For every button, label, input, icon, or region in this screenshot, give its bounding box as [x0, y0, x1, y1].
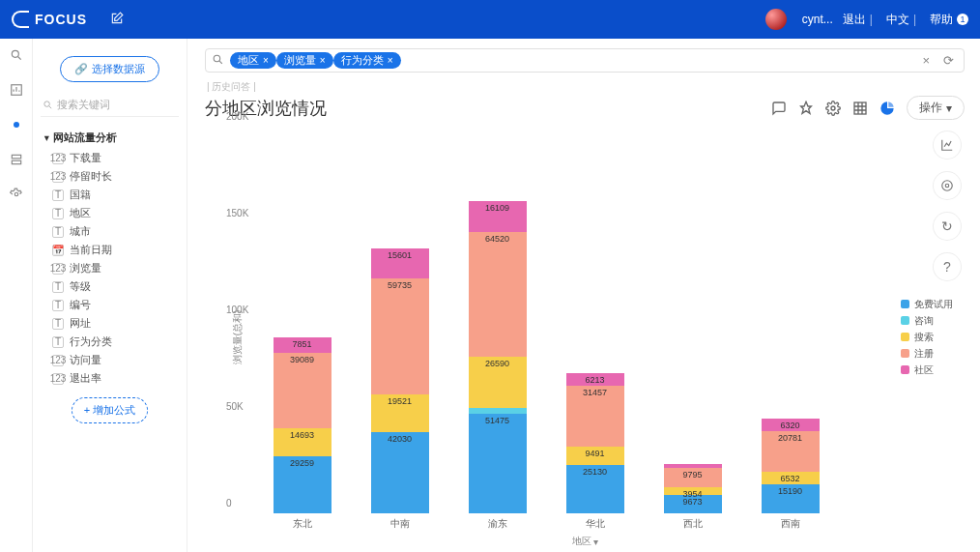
field-label: 等级 — [70, 279, 91, 294]
bar-segment[interactable]: 29259 — [274, 456, 331, 513]
bar-column[interactable]: 251309491314576213 — [566, 373, 624, 513]
legend-item[interactable]: 注册 — [901, 347, 953, 361]
bar-segment[interactable]: 14693 — [274, 428, 331, 456]
gear-icon[interactable] — [821, 97, 845, 120]
bar-segment[interactable]: 6213 — [566, 373, 624, 385]
logout-link[interactable]: 退出 — [843, 12, 866, 28]
search-icon — [212, 53, 224, 69]
bar-segment[interactable]: 9795 — [664, 468, 722, 487]
bar-column[interactable]: 151906532207816320 — [762, 419, 820, 513]
bar-segment[interactable] — [664, 464, 722, 468]
legend-item[interactable]: 搜索 — [901, 331, 953, 344]
query-searchbar[interactable]: 地区 ×浏览量 ×行为分类 × × ⟳ — [205, 48, 965, 73]
chevron-down-icon: ▾ — [593, 537, 598, 547]
username[interactable]: cynt... — [802, 13, 833, 26]
chip-remove-icon[interactable]: × — [320, 55, 326, 66]
field-item[interactable]: T国籍 — [52, 186, 179, 204]
help-link[interactable]: 帮助 1 — [930, 12, 968, 28]
bar-segment[interactable]: 16109 — [469, 201, 527, 232]
legend-item[interactable]: 免费试用 — [901, 298, 953, 311]
field-item[interactable]: 123浏览量 — [52, 259, 179, 277]
field-item[interactable]: T等级 — [52, 277, 179, 296]
y-tick: 150K — [226, 208, 248, 218]
topbar: FOCUS cynt... 退出 | 中文 | 帮助 1 — [0, 0, 980, 39]
field-item[interactable]: T城市 — [52, 222, 179, 241]
field-item[interactable]: T地区 — [52, 204, 179, 222]
edit-icon[interactable] — [110, 12, 124, 28]
bar-column[interactable]: 42030195215973515601 — [371, 248, 429, 513]
pin-icon[interactable] — [794, 97, 818, 120]
bar-segment[interactable]: 6320 — [762, 419, 820, 431]
clear-icon[interactable]: × — [918, 53, 934, 68]
bar-segment[interactable]: 15190 — [762, 484, 820, 513]
add-formula-button[interactable]: + 增加公式 — [72, 397, 148, 423]
bar-column[interactable]: 967339549795 — [664, 464, 722, 513]
main-area: 地区 ×浏览量 ×行为分类 × × ⟳ | 历史问答 | 分地区浏览情况 操作▾… — [187, 39, 980, 552]
rail-chart-icon[interactable] — [8, 81, 25, 99]
bar-segment[interactable]: 20781 — [762, 431, 820, 472]
chip-remove-icon[interactable]: × — [263, 55, 269, 66]
data-label: 31457 — [583, 388, 607, 397]
field-item[interactable]: T编号 — [52, 296, 179, 314]
field-item[interactable]: 123停留时长 — [52, 167, 179, 186]
bar-column[interactable]: 51475265906452016109 — [469, 201, 527, 513]
bar-segment[interactable]: 19521 — [371, 394, 429, 432]
chip-remove-icon[interactable]: × — [388, 55, 393, 66]
chart-wrap: ↻ ? 浏览量(总和) 2925914693390897851420301952… — [205, 126, 965, 548]
x-tick: 西南 — [762, 517, 820, 531]
bar-segment[interactable]: 3954 — [664, 487, 722, 495]
side-panel: 🔗 选择数据源 搜索关键词 网站流量分析 123下载量123停留时长T国籍T地区… — [33, 39, 187, 552]
comment-icon[interactable] — [767, 97, 791, 120]
bar-segment[interactable]: 9491 — [566, 447, 624, 465]
avatar[interactable] — [765, 9, 787, 30]
svg-rect-8 — [854, 102, 866, 114]
bar-segment[interactable]: 64520 — [469, 232, 527, 357]
rail-data-icon[interactable] — [8, 151, 25, 168]
field-item[interactable]: T行为分类 — [52, 333, 179, 351]
bar-segment[interactable]: 7851 — [274, 337, 331, 353]
bar-segment[interactable]: 26590 — [469, 357, 527, 408]
legend-label: 社区 — [914, 363, 934, 377]
svg-point-0 — [12, 50, 18, 57]
refresh-icon[interactable]: ⟳ — [939, 53, 958, 68]
bar-segment[interactable]: 39089 — [274, 353, 331, 428]
bar-segment[interactable]: 15601 — [371, 248, 429, 278]
field-item[interactable]: 123访问量 — [52, 351, 179, 369]
bar-segment[interactable]: 25130 — [566, 465, 624, 513]
field-item[interactable]: 123退出率 — [52, 369, 179, 388]
brand-logo[interactable]: FOCUS — [12, 11, 87, 28]
bar-segment[interactable]: 51475 — [469, 414, 527, 513]
query-chip[interactable]: 浏览量 × — [276, 52, 333, 69]
field-type-icon: 123 — [52, 373, 64, 385]
field-label: 国籍 — [70, 188, 91, 202]
operations-button[interactable]: 操作▾ — [907, 96, 965, 120]
field-type-icon: T — [52, 300, 64, 311]
bar-segment[interactable]: 59735 — [371, 278, 429, 393]
legend-item[interactable]: 咨询 — [901, 314, 953, 328]
bar-segment[interactable]: 31457 — [566, 386, 624, 447]
field-item[interactable]: 123下载量 — [52, 149, 179, 167]
data-label: 14693 — [290, 430, 314, 440]
x-tick: 东北 — [274, 517, 331, 531]
rail-search-icon[interactable] — [8, 46, 25, 64]
lang-link[interactable]: 中文 — [886, 12, 909, 28]
field-search-input[interactable]: 搜索关键词 — [41, 94, 179, 117]
chart-type-icon[interactable] — [876, 97, 899, 120]
field-item[interactable]: T网址 — [52, 314, 179, 333]
bar-segment[interactable]: 42030 — [371, 432, 429, 513]
rail-active-dot[interactable] — [8, 116, 25, 133]
plot[interactable]: 2925914693390897851420301952159735156015… — [253, 126, 839, 513]
field-item[interactable]: 📅当前日期 — [52, 241, 179, 259]
bar-segment[interactable]: 6532 — [762, 472, 820, 484]
field-type-icon: 123 — [52, 171, 64, 183]
bar-column[interactable]: 2925914693390897851 — [274, 337, 331, 513]
table-icon[interactable] — [849, 97, 872, 120]
rail-settings-icon[interactable] — [8, 186, 25, 203]
datasource-tree-title[interactable]: 网站流量分析 — [41, 127, 179, 149]
legend-item[interactable]: 社区 — [901, 363, 953, 377]
query-chip[interactable]: 行为分类 × — [333, 52, 401, 69]
y-tick: 100K — [226, 305, 248, 315]
query-chip[interactable]: 地区 × — [230, 52, 276, 69]
select-datasource-button[interactable]: 🔗 选择数据源 — [60, 56, 159, 82]
bar-segment[interactable] — [469, 408, 527, 414]
